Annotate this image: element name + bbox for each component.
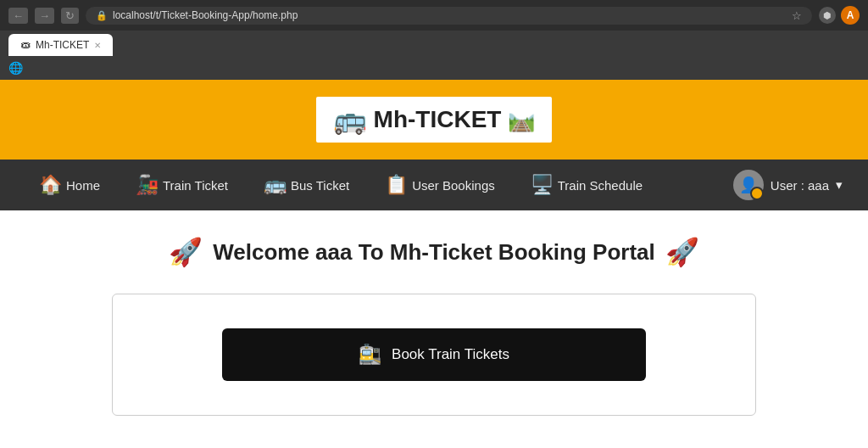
nav-item-home[interactable]: 🏠 Home bbox=[25, 167, 114, 203]
nav-label-train-ticket: Train Ticket bbox=[163, 178, 228, 193]
browser-actions: ⬢ A bbox=[819, 6, 860, 25]
logo-bus-icon: 🚌 bbox=[333, 104, 367, 136]
welcome-text: Welcome aaa To Mh-Ticket Booking Portal bbox=[213, 239, 655, 266]
browser-user-avatar[interactable]: A bbox=[841, 6, 860, 25]
nav-items: 🏠 Home 🚂 Train Ticket 🚌 Bus Ticket 📋 Use… bbox=[25, 167, 733, 203]
schedule-icon: 🖥️ bbox=[531, 174, 554, 196]
globe-icon: 🌐 bbox=[8, 61, 23, 75]
rocket-left-icon: 🚀 bbox=[169, 236, 203, 268]
bookmarks-bar: 🌐 bbox=[0, 56, 868, 80]
bus-icon: 🚌 bbox=[264, 174, 287, 196]
tab-favicon: 🎟 bbox=[20, 39, 31, 51]
book-train-label: Book Train Tickets bbox=[392, 346, 509, 363]
train-icon: 🚂 bbox=[136, 174, 159, 196]
header-banner: 🚌 Mh-TICKET 🛤️ bbox=[0, 80, 868, 160]
user-menu[interactable]: 👤 User : aaa ▾ bbox=[733, 170, 843, 200]
nav-item-bus-ticket[interactable]: 🚌 Bus Ticket bbox=[250, 167, 363, 203]
tab-close-icon[interactable]: ✕ bbox=[94, 41, 101, 50]
logo-rail-icon: 🛤️ bbox=[508, 107, 535, 133]
nav-label-user-bookings: User Bookings bbox=[412, 178, 495, 193]
logo-box: 🚌 Mh-TICKET 🛤️ bbox=[314, 95, 554, 144]
navbar: 🏠 Home 🚂 Train Ticket 🚌 Bus Ticket 📋 Use… bbox=[0, 160, 868, 210]
lock-icon: 🔒 bbox=[96, 10, 108, 21]
welcome-section: 🚀 Welcome aaa To Mh-Ticket Booking Porta… bbox=[17, 236, 851, 268]
address-bar[interactable]: 🔒 localhost/t/Ticket-Booking-App/home.ph… bbox=[86, 7, 812, 25]
card-container: 🚉 Book Train Tickets bbox=[112, 294, 756, 416]
home-icon: 🏠 bbox=[39, 174, 62, 196]
nav-item-user-bookings[interactable]: 📋 User Bookings bbox=[371, 167, 509, 203]
browser-chrome: ← → ↻ 🔒 localhost/t/Ticket-Booking-App/h… bbox=[0, 0, 868, 31]
url-text: localhost/t/Ticket-Booking-App/home.php bbox=[113, 9, 787, 21]
nav-label-bus-ticket: Bus Ticket bbox=[291, 178, 349, 193]
tab-title: Mh-TICKET bbox=[36, 39, 89, 51]
user-label: User : aaa bbox=[771, 178, 829, 193]
logo-text: Mh-TICKET bbox=[374, 106, 502, 133]
bookmark-icon[interactable]: ☆ bbox=[792, 9, 802, 22]
forward-button[interactable]: → bbox=[35, 8, 54, 24]
main-content: 🚀 Welcome aaa To Mh-Ticket Booking Porta… bbox=[0, 210, 868, 448]
extensions-icon[interactable]: ⬢ bbox=[819, 7, 836, 24]
back-button[interactable]: ← bbox=[8, 8, 28, 24]
rocket-right-icon: 🚀 bbox=[665, 236, 699, 268]
user-dropdown-icon: ▾ bbox=[836, 177, 843, 193]
active-tab[interactable]: 🎟 Mh-TICKET ✕ bbox=[8, 34, 113, 56]
book-train-button[interactable]: 🚉 Book Train Tickets bbox=[222, 328, 646, 381]
nav-label-home: Home bbox=[66, 178, 100, 193]
tab-bar: 🎟 Mh-TICKET ✕ bbox=[0, 31, 868, 56]
nav-label-train-schedule: Train Schedule bbox=[558, 178, 643, 193]
reload-button[interactable]: ↻ bbox=[61, 8, 79, 24]
nav-item-train-ticket[interactable]: 🚂 Train Ticket bbox=[122, 167, 242, 203]
bookings-icon: 📋 bbox=[385, 174, 408, 196]
nav-item-train-schedule[interactable]: 🖥️ Train Schedule bbox=[517, 167, 656, 203]
user-avatar: 👤 bbox=[733, 170, 764, 200]
book-train-icon: 🚉 bbox=[359, 344, 381, 366]
